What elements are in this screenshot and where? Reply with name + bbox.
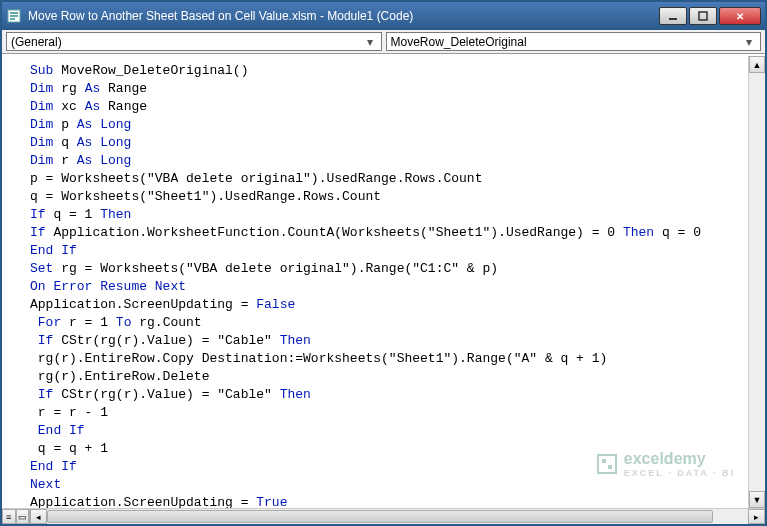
procedure-view-icon[interactable]: ≡: [2, 509, 16, 524]
procedure-dropdown[interactable]: MoveRow_DeleteOriginal ▾: [386, 32, 762, 51]
chevron-down-icon: ▾: [363, 35, 377, 49]
scroll-up-button[interactable]: ▲: [749, 56, 765, 73]
full-module-view-icon[interactable]: ▭: [16, 509, 30, 524]
scroll-left-button[interactable]: ◂: [30, 509, 47, 524]
window-title: Move Row to Another Sheet Based on Cell …: [28, 9, 659, 23]
horizontal-scrollbar: ≡ ▭ ◂ ▸: [2, 508, 765, 524]
object-dropdown-value: (General): [11, 35, 363, 49]
vba-module-icon: [6, 8, 22, 24]
code-area: Sub MoveRow_DeleteOriginal() Dim rg As R…: [2, 56, 765, 508]
close-button[interactable]: ✕: [719, 7, 761, 25]
titlebar: Move Row to Another Sheet Based on Cell …: [2, 2, 765, 30]
svg-rect-2: [10, 15, 18, 17]
svg-rect-1: [10, 12, 18, 14]
scroll-right-button[interactable]: ▸: [748, 509, 765, 524]
chevron-down-icon: ▾: [742, 35, 756, 49]
svg-rect-3: [10, 18, 15, 20]
svg-rect-4: [669, 18, 677, 20]
view-mode-icons: ≡ ▭: [2, 509, 30, 524]
scroll-track[interactable]: [47, 509, 748, 524]
scroll-down-button[interactable]: ▼: [749, 491, 765, 508]
svg-rect-5: [699, 12, 707, 20]
object-dropdown[interactable]: (General) ▾: [6, 32, 382, 51]
scroll-thumb[interactable]: [47, 510, 713, 523]
maximize-button[interactable]: [689, 7, 717, 25]
dropdown-bar: (General) ▾ MoveRow_DeleteOriginal ▾: [2, 30, 765, 54]
scroll-track[interactable]: [749, 73, 765, 491]
procedure-dropdown-value: MoveRow_DeleteOriginal: [391, 35, 743, 49]
minimize-button[interactable]: [659, 7, 687, 25]
window-buttons: ✕: [659, 7, 761, 25]
code-editor[interactable]: Sub MoveRow_DeleteOriginal() Dim rg As R…: [2, 56, 748, 508]
vertical-scrollbar[interactable]: ▲ ▼: [748, 56, 765, 508]
